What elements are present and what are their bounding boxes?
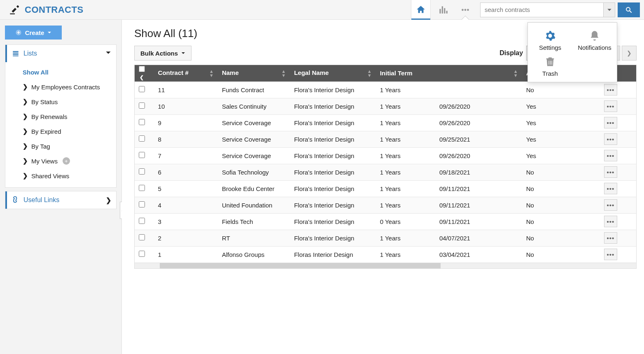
sidebar-item-label: By Expired bbox=[31, 128, 61, 135]
useful-links-header[interactable]: Useful Links ❯ bbox=[5, 191, 116, 209]
chevron-right-icon: ❯ bbox=[23, 157, 28, 165]
svg-line-4 bbox=[630, 11, 632, 13]
table-row[interactable]: 2RTFlora's Interior Design1 Years04/07/2… bbox=[135, 230, 636, 246]
cell-legal: Flora's Interior Design bbox=[290, 164, 376, 180]
row-actions-button[interactable]: ••• bbox=[604, 150, 617, 161]
cell-auto: No bbox=[522, 180, 585, 197]
row-checkbox[interactable] bbox=[139, 135, 145, 142]
search-input[interactable] bbox=[480, 2, 604, 17]
row-checkbox[interactable] bbox=[139, 86, 145, 92]
cell-name: Sofia Technology bbox=[218, 164, 290, 180]
analytics-button[interactable] bbox=[433, 0, 453, 20]
row-actions-button[interactable]: ••• bbox=[604, 117, 617, 128]
sidebar-item-show-all[interactable]: Show All bbox=[23, 65, 116, 79]
cell-renewal: 09/26/2020 bbox=[435, 147, 522, 164]
cell-contract-no: 10 bbox=[154, 98, 218, 114]
row-actions-button[interactable]: ••• bbox=[604, 100, 617, 112]
row-checkbox[interactable] bbox=[139, 234, 145, 240]
table-row[interactable]: 10Sales ContinuityFlora's Interior Desig… bbox=[135, 98, 636, 114]
sidebar-item-label: My Employees Contracts bbox=[31, 84, 100, 91]
col-term[interactable]: Initial Term bbox=[376, 65, 435, 82]
row-actions-button[interactable]: ••• bbox=[604, 249, 617, 260]
sidebar-item-shared-views[interactable]: ❯ Shared Views bbox=[23, 168, 116, 183]
row-checkbox[interactable] bbox=[139, 119, 145, 125]
more-menu-button[interactable] bbox=[455, 0, 475, 20]
row-checkbox[interactable] bbox=[139, 152, 145, 158]
col-legal[interactable]: Legal Name▲▼ bbox=[290, 65, 376, 82]
table-row[interactable]: 6Sofia TechnologyFlora's Interior Design… bbox=[135, 164, 636, 180]
cell-renewal: 09/26/2020 bbox=[435, 114, 522, 131]
svg-point-1 bbox=[464, 9, 467, 11]
cell-auto: No bbox=[522, 164, 585, 180]
table-row[interactable]: 3Fields TechFlora's Interior Design0 Yea… bbox=[135, 213, 636, 230]
cell-legal: Floras Interior Design bbox=[290, 246, 376, 263]
sidebar-item-label: By Status bbox=[31, 98, 58, 105]
sidebar-item-by-tag[interactable]: ❯ By Tag bbox=[23, 139, 116, 154]
col-renewal[interactable]: Renewal Date▲▼ bbox=[435, 65, 522, 82]
row-actions-button[interactable]: ••• bbox=[604, 84, 617, 95]
lists-header[interactable]: Lists bbox=[5, 45, 116, 62]
row-checkbox[interactable] bbox=[139, 185, 145, 191]
next-page-button[interactable]: ❯ bbox=[622, 46, 637, 61]
row-checkbox[interactable] bbox=[139, 168, 145, 175]
row-actions-button[interactable]: ••• bbox=[604, 232, 617, 244]
table-row[interactable]: 5Brooke Edu CenterFlora's Interior Desig… bbox=[135, 180, 636, 197]
cell-term: 1 Years bbox=[376, 197, 435, 213]
chevron-right-icon: ❯ bbox=[23, 172, 28, 179]
home-button[interactable] bbox=[411, 0, 431, 20]
gavel-icon bbox=[9, 3, 21, 16]
cell-auto: Yes bbox=[522, 147, 585, 164]
table-row[interactable]: 11Funds ContractFlora's Interior Design1… bbox=[135, 82, 636, 98]
cell-term: 1 Years bbox=[376, 230, 435, 246]
table-row[interactable]: 8Service CoverageFlora's Interior Design… bbox=[135, 131, 636, 147]
table-row[interactable]: 4United FoundationFlora's Interior Desig… bbox=[135, 197, 636, 213]
add-view-icon[interactable]: + bbox=[63, 157, 70, 165]
cell-auto: Yes bbox=[522, 98, 585, 114]
row-checkbox[interactable] bbox=[139, 201, 145, 207]
col-name[interactable]: Name▲▼ bbox=[218, 65, 290, 82]
chevron-right-icon: ❯ bbox=[23, 98, 28, 105]
row-checkbox[interactable] bbox=[139, 218, 145, 224]
table-row[interactable]: 7Service CoverageFlora's Interior Design… bbox=[135, 147, 636, 164]
trash-item[interactable]: Trash bbox=[532, 56, 569, 77]
cell-renewal: 09/11/2021 bbox=[435, 197, 522, 213]
row-checkbox[interactable] bbox=[139, 102, 145, 109]
svg-point-0 bbox=[462, 9, 464, 11]
row-checkbox[interactable] bbox=[139, 251, 145, 257]
row-actions-button[interactable]: ••• bbox=[604, 216, 617, 227]
sidebar-item-my-views[interactable]: ❯ My Views + bbox=[23, 154, 116, 168]
select-all-checkbox[interactable] bbox=[139, 66, 145, 72]
table-row[interactable]: 1Alfonso GroupsFloras Interior Design1 Y… bbox=[135, 246, 636, 263]
search-button[interactable] bbox=[618, 2, 640, 17]
cell-name: United Foundation bbox=[218, 197, 290, 213]
link-icon bbox=[10, 194, 21, 206]
sidebar-item-by-status[interactable]: ❯ By Status bbox=[23, 94, 116, 109]
row-actions-button[interactable]: ••• bbox=[604, 133, 617, 145]
table-row[interactable]: 9Service CoverageFlora's Interior Design… bbox=[135, 114, 636, 131]
sidebar: Create Lists Show All ❯ My Employees Con… bbox=[0, 20, 122, 354]
col-contract-no[interactable]: Contract #▲▼ bbox=[154, 65, 218, 82]
chevron-left-icon: ❮ bbox=[140, 75, 144, 80]
create-button[interactable]: Create bbox=[5, 26, 62, 40]
row-actions-button[interactable]: ••• bbox=[604, 183, 617, 194]
horizontal-scrollbar[interactable] bbox=[135, 263, 636, 268]
app-header: CONTRACTS bbox=[0, 0, 644, 20]
cell-renewal: 09/11/2021 bbox=[435, 180, 522, 197]
cell-legal: Flora's Interior Design bbox=[290, 180, 376, 197]
cell-auto: No bbox=[522, 82, 585, 98]
bulk-actions-button[interactable]: Bulk Actions bbox=[134, 46, 191, 61]
sidebar-item-by-renewals[interactable]: ❯ By Renewals bbox=[23, 109, 116, 124]
row-actions-button[interactable]: ••• bbox=[604, 166, 617, 178]
sidebar-item-by-expired[interactable]: ❯ By Expired bbox=[23, 124, 116, 139]
sidebar-item-label: By Renewals bbox=[31, 113, 68, 120]
lists-label: Lists bbox=[23, 50, 37, 57]
row-actions-button[interactable]: ••• bbox=[604, 199, 617, 211]
settings-item[interactable]: Settings bbox=[532, 30, 569, 51]
sidebar-item-my-employees[interactable]: ❯ My Employees Contracts bbox=[23, 79, 116, 94]
notifications-item[interactable]: Notifications bbox=[576, 30, 613, 51]
brand-title[interactable]: CONTRACTS bbox=[25, 5, 84, 15]
useful-links-section: Useful Links ❯ bbox=[5, 191, 117, 209]
search-wrap bbox=[480, 2, 640, 17]
search-scope-dropdown[interactable] bbox=[604, 2, 615, 17]
more-menu-popover: Settings Notifications Trash bbox=[527, 22, 617, 82]
